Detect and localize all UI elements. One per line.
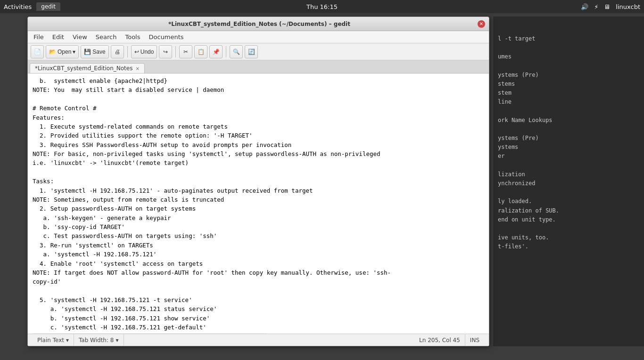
menu-file[interactable]: File [30, 33, 48, 41]
copy-icon: 📋 [198, 49, 205, 55]
undo-label: Undo [140, 49, 154, 55]
user-label: linuxcbt [616, 3, 640, 10]
toolbar-separator-1 [127, 46, 128, 57]
redo-icon: ↪ [163, 49, 168, 55]
ins-mode: INS [465, 334, 484, 346]
redo-button[interactable]: ↪ [159, 45, 172, 58]
language-label: Plain Text [37, 337, 64, 344]
toolbar: 📄 📂 Open ▾ 💾 Save 🖨 ↩ Undo ↪ ✂ 📋 [28, 43, 489, 60]
sound-icon[interactable]: 🔊 [581, 3, 588, 10]
editor-content[interactable]: b. systemctl enable {apache2|httpd} NOTE… [28, 74, 489, 334]
gedit-titlebar: *LinuxCBT_systemd_Edition_Notes (~/Docum… [28, 17, 489, 31]
document-tab[interactable]: *LinuxCBT_systemd_Edition_Notes × [30, 63, 145, 73]
topbar-right: 🔊 ⚡ 🖥 linuxcbt [581, 3, 640, 10]
topbar: Activities gedit Thu 16:15 🔊 ⚡ 🖥 linuxcb… [0, 0, 644, 13]
language-selector[interactable]: Plain Text ▾ [33, 334, 74, 346]
menu-tools[interactable]: Tools [121, 33, 144, 41]
save-icon: 💾 [84, 49, 91, 55]
toolbar-separator-3 [226, 46, 226, 57]
close-button[interactable]: ✕ [478, 20, 485, 28]
undo-button[interactable]: ↩ Undo [131, 45, 157, 58]
tab-width-arrow-icon: ▾ [116, 337, 118, 344]
print-icon: 🖨 [115, 49, 120, 55]
position-label: Ln 205, Col 45 [419, 337, 460, 344]
window-title: *LinuxCBT_systemd_Edition_Notes (~/Docum… [168, 21, 350, 27]
topbar-clock: Thu 16:15 [306, 3, 338, 10]
save-button[interactable]: 💾 Save [81, 45, 108, 58]
menu-view[interactable]: View [69, 33, 91, 41]
topbar-app-tab[interactable]: gedit [36, 2, 60, 11]
print-button[interactable]: 🖨 [111, 45, 124, 58]
undo-icon: ↩ [134, 49, 139, 55]
tab-bar: *LinuxCBT_systemd_Edition_Notes × [28, 60, 489, 74]
search-button[interactable]: 🔍 [230, 45, 243, 58]
statusbar: Plain Text ▾ Tab Width: 8 ▾ Ln 205, Col … [28, 334, 489, 346]
open-label: Open [58, 49, 71, 55]
menu-search[interactable]: Search [92, 33, 121, 41]
cursor-position: Ln 205, Col 45 [414, 334, 465, 346]
tab-width-selector[interactable]: Tab Width: 8 ▾ [74, 334, 124, 346]
topbar-left: Activities gedit [4, 2, 60, 11]
display-icon[interactable]: 🖥 [604, 3, 610, 10]
paste-button[interactable]: 📌 [209, 45, 223, 58]
language-arrow-icon: ▾ [66, 337, 69, 344]
menubar: File Edit View Search Tools Documents [28, 31, 489, 43]
menu-documents[interactable]: Documents [145, 33, 188, 41]
cut-icon: ✂ [183, 49, 188, 55]
paste-icon: 📌 [213, 49, 220, 55]
ins-label: INS [470, 337, 479, 344]
copy-button[interactable]: 📋 [194, 45, 207, 58]
open-button[interactable]: 📂 Open ▾ [46, 45, 79, 58]
open-icon: 📂 [49, 49, 56, 55]
new-button[interactable]: 📄 [31, 45, 44, 58]
tab-close-button[interactable]: × [135, 66, 139, 71]
replace-icon: 🔄 [248, 49, 255, 55]
status-right: Ln 205, Col 45 INS [414, 334, 484, 346]
search-icon: 🔍 [233, 49, 240, 55]
menu-edit[interactable]: Edit [49, 33, 68, 41]
tab-width-label: Tab Width: 8 [79, 337, 114, 344]
activities-button[interactable]: Activities [4, 3, 32, 10]
toolbar-separator-2 [175, 46, 176, 57]
new-icon: 📄 [34, 49, 41, 55]
editor-text[interactable]: b. systemctl enable {apache2|httpd} NOTE… [28, 74, 489, 334]
save-label: Save [92, 49, 105, 55]
open-arrow-icon: ▾ [73, 49, 75, 55]
cut-button[interactable]: ✂ [179, 45, 192, 58]
replace-button[interactable]: 🔄 [245, 45, 258, 58]
bluetooth-icon[interactable]: ⚡ [594, 3, 598, 10]
bg-terminal: l -t target umes ystems (Pre) stems stem… [493, 16, 644, 346]
tab-label: *LinuxCBT_systemd_Edition_Notes [35, 65, 132, 72]
gedit-window: *LinuxCBT_systemd_Edition_Notes (~/Docum… [27, 16, 489, 346]
